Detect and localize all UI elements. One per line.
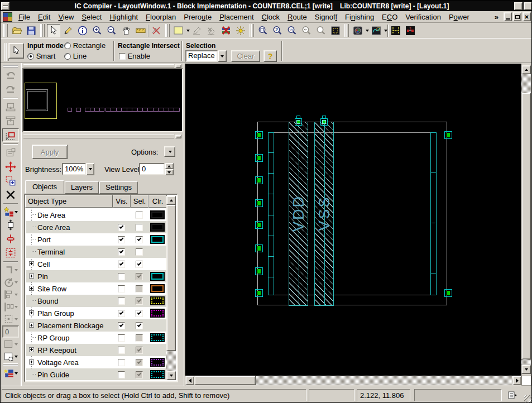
ruler-icon[interactable] <box>134 24 147 37</box>
object-row-site-row[interactable]: Site Row <box>26 282 166 295</box>
scroll-down-button[interactable] <box>521 365 531 374</box>
apply-button[interactable]: Apply <box>32 145 68 159</box>
layout-canvas[interactable]: VDD VSS <box>185 64 521 376</box>
checkbox[interactable] <box>118 371 125 378</box>
menu-view[interactable]: View <box>54 12 78 22</box>
scroll-up-button[interactable] <box>521 65 531 74</box>
toolbar-grip[interactable] <box>3 363 18 366</box>
checkbox[interactable] <box>136 310 143 317</box>
combobox-arrow-button[interactable] <box>218 50 227 62</box>
vis-cell[interactable] <box>112 248 130 256</box>
minimap-collapse-button[interactable] <box>175 64 181 68</box>
map-analyzer-icon[interactable] <box>370 24 383 37</box>
port-marker[interactable] <box>444 289 452 297</box>
task-list-button[interactable] <box>504 389 521 401</box>
minimap-splitter[interactable] <box>23 64 174 68</box>
vis-cell[interactable] <box>112 310 130 317</box>
menu-highlight[interactable]: Highlight <box>106 12 142 22</box>
toolbar-grip[interactable] <box>344 24 349 37</box>
menu-eco[interactable]: ECO <box>378 12 401 22</box>
toolbar-grip[interactable] <box>3 24 8 37</box>
sel-cell[interactable] <box>130 224 148 231</box>
checkbox[interactable] <box>136 236 143 243</box>
sel-cell[interactable] <box>130 359 148 366</box>
column-header-vis[interactable]: Vis. <box>113 195 131 208</box>
spacing-field[interactable]: 0 <box>2 325 19 338</box>
port-marker[interactable] <box>255 199 263 207</box>
undo-icon[interactable] <box>2 69 19 82</box>
brightness-icon[interactable] <box>234 24 247 37</box>
object-row-terminal[interactable]: Terminal <box>26 246 166 258</box>
minimap-collapse-button[interactable] <box>175 135 181 138</box>
canvas-hscrollbar[interactable] <box>185 376 521 386</box>
checkbox[interactable] <box>118 334 125 342</box>
port-marker[interactable] <box>255 221 263 229</box>
previous-view-icon[interactable] <box>300 24 313 37</box>
tree-expander[interactable] <box>26 270 36 282</box>
menu-select[interactable]: Select <box>78 12 106 22</box>
color-cell[interactable] <box>148 358 166 367</box>
net-connection-icon[interactable]: 3 <box>404 24 417 37</box>
title-close-button[interactable] <box>524 2 532 10</box>
tab-objects[interactable]: Objects <box>25 180 64 194</box>
object-row-rp-keepout[interactable]: RP Keepout <box>26 344 166 356</box>
object-row-bound[interactable]: Bound <box>26 295 166 307</box>
port-marker[interactable] <box>255 267 263 275</box>
sel-cell[interactable] <box>130 236 148 243</box>
zoom-2x-icon[interactable]: 2 <box>271 24 284 37</box>
zoom-fit-icon[interactable] <box>256 24 270 37</box>
layer-palette-icon[interactable] <box>2 367 19 379</box>
chevron-down-icon[interactable] <box>366 30 369 32</box>
zoom-in-icon[interactable] <box>90 24 104 37</box>
pop-up-icon[interactable] <box>2 114 19 128</box>
menu-signoff[interactable]: Signoff <box>311 12 341 22</box>
color-cell[interactable] <box>148 309 166 318</box>
erase-wire-icon[interactable] <box>205 24 218 37</box>
plus-icon[interactable] <box>29 359 34 364</box>
overview-minimap[interactable] <box>23 69 182 131</box>
zoom-half-icon[interactable]: ½ <box>285 24 299 37</box>
input-mode-line-radio[interactable]: Line <box>64 52 87 60</box>
push-down-icon[interactable] <box>2 100 19 114</box>
title-shade-button[interactable] <box>514 2 523 10</box>
sel-cell[interactable] <box>130 322 148 329</box>
mdi-restore-button[interactable] <box>513 12 521 21</box>
color-cell[interactable] <box>148 370 166 379</box>
clear-selection-button[interactable]: Clear <box>231 50 260 62</box>
sel-cell[interactable] <box>130 248 148 256</box>
visual-settings-icon[interactable] <box>351 24 365 37</box>
mdi-close-button[interactable]: ✕ <box>523 12 531 21</box>
checkbox[interactable] <box>118 298 125 305</box>
vdd-terminal[interactable] <box>295 118 302 126</box>
checkbox[interactable] <box>118 248 125 256</box>
color-cell[interactable] <box>148 210 166 219</box>
snap-icon[interactable] <box>2 313 19 325</box>
sel-cell[interactable] <box>130 310 148 317</box>
color-cell[interactable] <box>148 333 166 342</box>
outline-style-swatch[interactable] <box>2 351 19 362</box>
tree-expander[interactable] <box>26 356 36 368</box>
color-cell[interactable] <box>148 235 166 244</box>
plus-icon[interactable] <box>29 261 34 266</box>
selection-pointer-button[interactable] <box>8 43 24 59</box>
rectangle-intersect-enable-checkbox[interactable]: Enable <box>119 52 150 60</box>
toolbar-grip[interactable] <box>3 65 18 68</box>
checkbox[interactable] <box>118 285 125 292</box>
vis-cell[interactable] <box>112 236 130 243</box>
sel-cell[interactable] <box>130 334 148 342</box>
scrollbar-thumb[interactable] <box>521 93 531 359</box>
query-info-icon[interactable] <box>76 24 89 37</box>
layer-color-swatch[interactable] <box>150 272 165 281</box>
redo-icon[interactable] <box>2 83 19 96</box>
copy-objects-icon[interactable] <box>2 174 19 188</box>
add-gate-array-icon[interactable] <box>2 246 19 260</box>
tab-settings[interactable]: Settings <box>99 181 138 194</box>
checkbox[interactable] <box>118 273 125 280</box>
sel-cell[interactable] <box>130 371 148 378</box>
input-mode-smart-radio[interactable]: Smart <box>27 52 55 60</box>
vis-cell[interactable] <box>112 285 130 292</box>
view-level-spinbox[interactable]: 0 <box>139 163 174 175</box>
port-marker[interactable] <box>255 176 263 184</box>
minimap-splitter[interactable] <box>23 135 174 138</box>
cut-wire-icon[interactable] <box>219 24 233 37</box>
